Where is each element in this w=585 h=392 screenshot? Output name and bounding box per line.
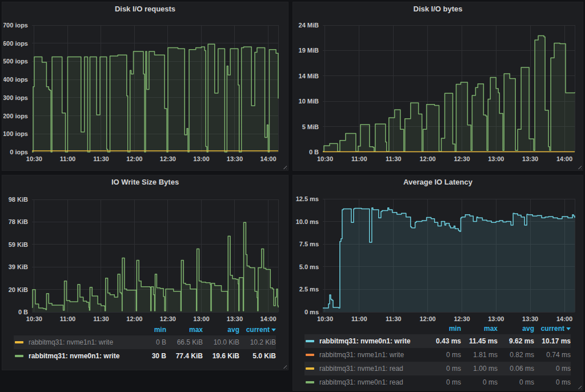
x-axis-tick-label: 11:00 (60, 315, 76, 322)
io-write-size-bytes-chart[interactable]: 0 B20 KiB39 KiB59 KiB78 KiB98 KiB10:3011… (3, 189, 287, 323)
y-axis-tick-label: 700 iops (3, 22, 28, 29)
panel-title-io-write-size-bytes[interactable]: IO Write Size Bytes (2, 175, 288, 189)
legend-row: rabbitmq31: nvme0n1: write30 B77.4 KiB19… (14, 349, 276, 363)
average-io-latency-chart[interactable]: 0 ms2.5 ms5.0 ms7.5 ms10.0 ms12.5 ms10:3… (294, 189, 582, 322)
y-axis-tick-label: 10 MiB (299, 98, 319, 105)
legend-row: rabbitmq31: nvme0n1: read0 ms0 ms0 ms0 m… (304, 375, 571, 389)
y-axis-tick-label: 0 ms (304, 309, 319, 315)
x-axis-tick-label: 13:30 (522, 315, 538, 322)
x-axis-tick-label: 12:00 (126, 315, 142, 322)
x-axis-tick-label: 12:30 (454, 315, 470, 322)
y-axis-tick-label: 24 MiB (299, 22, 319, 29)
legend-value-max: 77.4 KiB (166, 352, 203, 360)
y-axis-tick-label: 39 KiB (9, 263, 28, 270)
panel-io-write-size-bytes: IO Write Size Bytes 0 B20 KiB39 KiB59 Ki… (2, 175, 289, 370)
legend-series-name: rabbitmq31: nvme0n1: read (319, 378, 403, 386)
disk-io-bytes-chart[interactable]: 0 B5 MiB10 MiB14 MiB19 MiB24 MiB10:3011:… (294, 16, 582, 168)
legend-value-avg: 0.06 ms (498, 365, 534, 373)
y-axis-tick-label: 78 KiB (9, 218, 28, 225)
legend-row: rabbitmq31: nvme1n1: read0 ms1.00 ms0.06… (304, 362, 571, 375)
legend-swatch-icon[interactable] (306, 340, 314, 342)
legend-swatch-icon[interactable] (306, 367, 314, 370)
legend-header-min[interactable]: min (130, 326, 166, 334)
y-axis-tick-label: 5.0 ms (299, 263, 319, 270)
resize-handle-icon[interactable] (282, 363, 287, 369)
legend-series-label[interactable]: rabbitmq31: nvme1n1: write (15, 338, 130, 346)
legend-swatch-icon[interactable] (306, 354, 314, 356)
y-axis-tick-label: 400 iops (3, 76, 28, 83)
legend-row: rabbitmq31: nvme1n1: write0 B66.5 KiB10.… (14, 335, 276, 349)
sort-caret-icon (566, 327, 571, 330)
x-axis-tick-label: 12:00 (420, 315, 436, 322)
x-axis-tick-label: 14:00 (556, 155, 572, 162)
y-axis-tick-label: 500 iops (3, 58, 28, 65)
x-axis-tick-label: 11:30 (386, 155, 402, 162)
legend-swatch-icon[interactable] (15, 341, 23, 343)
y-axis-tick-label: 0 B (309, 149, 319, 155)
x-axis-tick-label: 10:30 (317, 155, 333, 162)
legend-io-write-size-bytes: minmaxavgcurrentrabbitmq31: nvme1n1: wri… (2, 324, 288, 363)
x-axis-tick-label: 13:30 (227, 155, 243, 162)
x-axis-tick-label: 11:00 (60, 155, 76, 162)
y-axis-tick-label: 14 MiB (299, 73, 319, 79)
legend-header-row: minmaxavgcurrent (304, 323, 571, 334)
panel-title-average-io-latency[interactable]: Average IO Latency (293, 175, 583, 189)
x-axis-tick-label: 12:30 (454, 155, 470, 162)
legend-series-label[interactable]: rabbitmq31: nvme1n1: read (306, 365, 424, 373)
legend-series-label[interactable]: rabbitmq31: nvme0n1: write (15, 352, 130, 360)
panel-title-disk-io-bytes[interactable]: Disk I/O bytes (293, 2, 583, 16)
x-axis-tick-label: 10:30 (26, 315, 42, 322)
legend-value-min: 0 ms (424, 365, 461, 373)
x-axis-tick-label: 13:00 (193, 155, 209, 162)
y-axis-tick-label: 0 B (18, 309, 28, 315)
legend-value-current: 10.17 ms (534, 337, 571, 345)
y-axis-tick-label: 600 iops (3, 40, 28, 47)
panel-disk-io-requests: Disk I/O requests 0 iops100 iops200 iops… (2, 2, 289, 171)
legend-header-avg[interactable]: avg (203, 326, 239, 334)
legend-value-avg: 10.0 KiB (203, 338, 239, 346)
legend-series-label[interactable]: rabbitmq31: nvme0n1: read (306, 378, 424, 386)
legend-value-min: 30 B (130, 352, 166, 360)
legend-series-label[interactable]: rabbitmq31: nvme0n1: write (306, 337, 424, 345)
legend-header-current[interactable]: current (239, 326, 276, 334)
x-axis-tick-label: 11:30 (93, 315, 109, 322)
x-axis-tick-label: 13:00 (488, 155, 504, 162)
legend-series-name: rabbitmq31: nvme1n1: write (319, 351, 404, 359)
y-axis-tick-label: 5 MiB (302, 123, 319, 130)
panel-title-disk-io-requests[interactable]: Disk I/O requests (2, 2, 288, 16)
y-axis-tick-label: 10.0 ms (296, 218, 319, 225)
legend-value-max: 1.00 ms (461, 365, 498, 373)
legend-header-max[interactable]: max (166, 326, 203, 334)
legend-series-name: rabbitmq31: nvme1n1: read (319, 365, 403, 373)
legend-value-avg: 0.82 ms (498, 351, 534, 359)
legend-header-max[interactable]: max (461, 325, 498, 333)
x-axis-tick-label: 12:30 (160, 315, 176, 322)
x-axis-tick-label: 14:00 (556, 315, 572, 322)
y-axis-tick-label: 7.5 ms (299, 241, 319, 247)
y-axis-tick-label: 59 KiB (9, 241, 28, 248)
x-axis-tick-label: 13:00 (488, 315, 504, 322)
y-axis-tick-label: 20 KiB (9, 286, 28, 293)
y-axis-tick-label: 19 MiB (299, 47, 319, 54)
legend-value-max: 1.81 ms (461, 351, 498, 359)
legend-value-avg: 0 ms (498, 378, 534, 386)
disk-io-requests-chart[interactable]: 0 iops100 iops200 iops300 iops400 iops50… (3, 16, 287, 168)
legend-swatch-icon[interactable] (15, 355, 23, 357)
legend-header-row: minmaxavgcurrent (14, 324, 276, 335)
y-axis-tick-label: 98 KiB (9, 196, 28, 203)
legend-series-name: rabbitmq31: nvme0n1: write (29, 352, 119, 360)
legend-header-min[interactable]: min (424, 325, 461, 333)
sort-caret-icon (271, 329, 276, 331)
legend-swatch-icon[interactable] (306, 381, 314, 383)
legend-header-avg[interactable]: avg (498, 325, 534, 333)
legend-value-max: 66.5 KiB (166, 338, 203, 346)
legend-series-name: rabbitmq31: nvme1n1: write (29, 338, 113, 346)
legend-header-current[interactable]: current (534, 325, 571, 333)
legend-row: rabbitmq31: nvme1n1: write0 ms1.81 ms0.8… (304, 348, 571, 362)
legend-value-min: 0 ms (424, 378, 461, 386)
legend-series-label[interactable]: rabbitmq31: nvme1n1: write (306, 351, 424, 359)
legend-value-current: 0 ms (534, 378, 571, 386)
y-axis-tick-label: 200 iops (3, 113, 28, 119)
x-axis-tick-label: 10:30 (26, 155, 42, 162)
legend-series-name: rabbitmq31: nvme0n1: write (319, 337, 410, 345)
